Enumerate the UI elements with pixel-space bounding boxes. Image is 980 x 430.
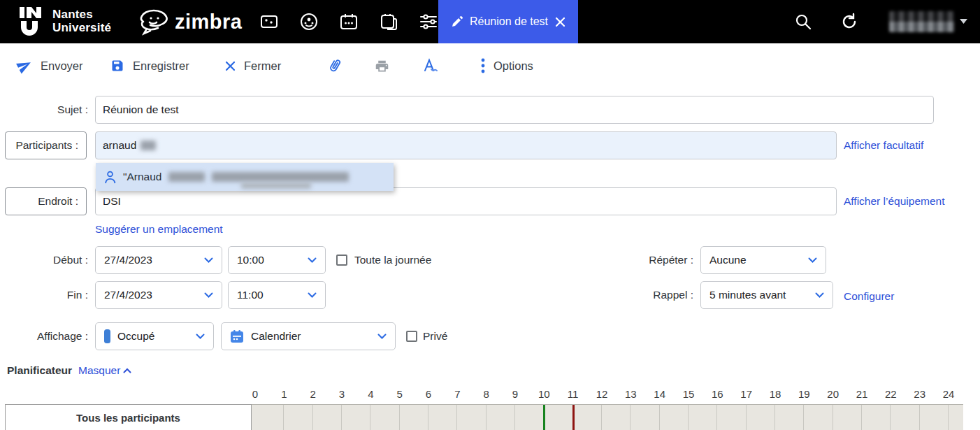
nantes-universite-mark-icon <box>18 6 46 36</box>
hour-label: 12 <box>596 388 608 400</box>
repeat-select[interactable]: Aucune <box>700 246 826 274</box>
chevron-down-icon <box>204 257 213 264</box>
close-label: Fermer <box>244 59 281 73</box>
tasks-icon[interactable] <box>378 11 399 32</box>
calendar-folder-select[interactable]: Calendrier <box>221 322 396 350</box>
tab-reunion-de-test[interactable]: Réunion de test <box>438 0 578 43</box>
configure-reminder-link[interactable]: Configurer <box>844 290 894 303</box>
scheduler-title: Planificateur <box>7 364 72 377</box>
hour-label: 8 <box>483 388 489 400</box>
chevron-down-icon <box>204 292 213 299</box>
end-label: Fin : <box>21 281 88 309</box>
attendees-input[interactable]: arnaud <box>95 131 837 159</box>
subject-input[interactable] <box>95 96 934 124</box>
hour-label: 10 <box>538 388 550 400</box>
hour-label: 0 <box>252 388 258 400</box>
scheduler-hide-link[interactable]: Masquer <box>78 364 131 377</box>
private-checkbox[interactable] <box>406 331 417 342</box>
hour-label: 22 <box>885 388 897 400</box>
hour-label: 9 <box>512 388 518 400</box>
subject-label: Sujet : <box>21 96 88 124</box>
display-label: Affichage : <box>14 322 88 350</box>
all-day-label: Toute la journée <box>354 246 431 274</box>
attendees-typed-text: arnaud <box>103 139 136 152</box>
attendee-suggestion-item[interactable]: "Arnaud <box>96 163 394 191</box>
chevron-down-icon <box>308 257 317 264</box>
pencil-icon <box>451 16 463 28</box>
calendar-folder-icon <box>230 329 244 343</box>
end-date-select[interactable]: 27/4/2023 <box>95 281 222 309</box>
scheduler-row-all-participants: Tous les participants <box>5 404 252 430</box>
contacts-icon[interactable] <box>298 11 319 32</box>
busy-status-select[interactable]: Occupé <box>95 322 214 350</box>
start-label: Début : <box>21 246 88 274</box>
app-header: Nantes Université zimbra <box>0 0 980 43</box>
show-optional-link[interactable]: Afficher facultatif <box>844 139 923 152</box>
hour-label: 17 <box>740 388 752 400</box>
attendees-picker-button[interactable]: Participants : <box>5 131 87 159</box>
calendar-icon[interactable] <box>338 11 359 32</box>
zimbra-smiley-icon <box>137 5 173 38</box>
send-label: Envoyer <box>41 59 83 73</box>
hour-label: 23 <box>914 388 925 400</box>
scheduler-grid[interactable] <box>252 404 963 430</box>
hour-label: 21 <box>856 388 868 400</box>
hour-label: 3 <box>339 388 345 400</box>
mail-icon[interactable] <box>259 11 280 32</box>
chevron-down-icon <box>815 292 824 299</box>
private-label: Privé <box>423 322 447 350</box>
meeting-end-line <box>572 405 575 430</box>
repeat-label: Répéter : <box>615 246 693 274</box>
close-tab-icon[interactable] <box>555 17 565 27</box>
location-picker-button[interactable]: Endroit : <box>5 187 87 215</box>
settings-sliders-icon[interactable] <box>418 11 439 32</box>
org-name: Nantes Université <box>52 8 111 34</box>
suggestion-blur-3 <box>241 182 311 189</box>
hour-label: 7 <box>454 388 460 400</box>
editor-toolbar: Envoyer Enregistrer Fermer <box>0 43 980 88</box>
hour-label: 18 <box>770 388 781 400</box>
tab-title: Réunion de test <box>470 15 548 28</box>
nantes-universite-logo: Nantes Université <box>18 6 111 36</box>
reminder-label: Rappel : <box>615 281 693 309</box>
send-button[interactable]: Envoyer <box>17 43 83 88</box>
hour-label: 2 <box>310 388 315 400</box>
start-time-select[interactable]: 10:00 <box>228 246 326 274</box>
user-menu-caret-icon[interactable] <box>960 19 967 24</box>
hour-label: 4 <box>368 388 373 400</box>
chevron-down-icon <box>377 334 387 340</box>
hour-label: 11 <box>568 388 579 400</box>
busy-status-icon <box>104 329 110 343</box>
spellcheck-icon[interactable] <box>422 43 439 88</box>
attendees-blurred-text <box>140 141 156 150</box>
user-account-name-blurred[interactable] <box>889 11 954 32</box>
start-date-select[interactable]: 27/4/2023 <box>95 246 222 274</box>
hour-label: 20 <box>827 388 839 400</box>
chevron-up-icon <box>123 368 131 373</box>
location-input[interactable] <box>95 187 837 215</box>
hour-label: 13 <box>625 388 637 400</box>
refresh-icon[interactable] <box>839 11 860 32</box>
options-button[interactable]: Options <box>481 43 533 88</box>
suggest-location-link[interactable]: Suggérer un emplacement <box>95 223 223 236</box>
suggestion-blur-1 <box>168 172 205 182</box>
close-button[interactable]: Fermer <box>225 43 281 88</box>
hour-label: 16 <box>712 388 723 400</box>
hour-label: 19 <box>798 388 810 400</box>
meeting-editor-page: Nantes Université zimbra <box>0 0 980 430</box>
product-name: zimbra <box>175 10 242 34</box>
suggestion-name-prefix: "Arnaud <box>123 171 161 183</box>
hour-label: 15 <box>683 388 695 400</box>
zimbra-logo: zimbra <box>137 5 242 38</box>
all-day-checkbox[interactable] <box>336 255 347 266</box>
end-time-select[interactable]: 11:00 <box>228 281 326 309</box>
save-label: Enregistrer <box>133 59 189 73</box>
show-equipment-link[interactable]: Afficher l’équipement <box>844 195 944 208</box>
reminder-select[interactable]: 5 minutes avant <box>700 281 833 309</box>
save-button[interactable]: Enregistrer <box>110 43 189 88</box>
attach-icon[interactable] <box>327 43 343 88</box>
search-icon[interactable] <box>793 11 814 32</box>
options-label: Options <box>493 59 533 73</box>
hour-label: 6 <box>426 388 431 400</box>
print-icon[interactable] <box>375 43 389 88</box>
